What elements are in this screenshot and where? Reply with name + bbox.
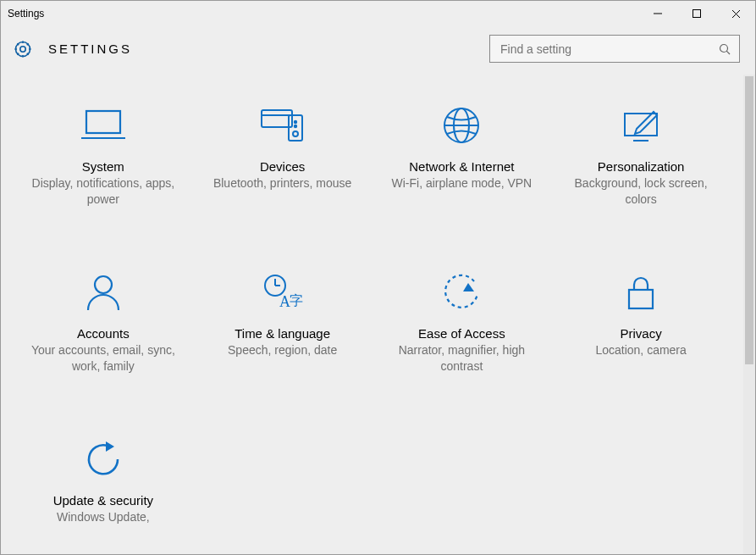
tile-title: Personalization <box>559 159 723 174</box>
svg-rect-10 <box>262 110 292 127</box>
svg-rect-8 <box>86 111 120 133</box>
vertical-scrollbar[interactable] <box>743 75 755 554</box>
settings-grid: System Display, notifications, apps, pow… <box>18 100 726 524</box>
tile-title: Devices <box>201 159 365 174</box>
devices-icon <box>201 100 365 151</box>
scroll-thumb[interactable] <box>745 76 753 364</box>
svg-point-15 <box>294 125 295 127</box>
lock-icon <box>559 267 723 318</box>
svg-line-7 <box>726 51 730 54</box>
time-language-icon: A 字 <box>201 267 365 318</box>
svg-point-21 <box>95 276 112 293</box>
svg-marker-27 <box>463 283 474 291</box>
tile-title: Network & Internet <box>380 159 544 174</box>
tile-desc: Bluetooth, printers, mouse <box>201 175 365 191</box>
tile-devices[interactable]: Devices Bluetooth, printers, mouse <box>197 100 368 208</box>
svg-marker-29 <box>106 441 114 452</box>
svg-point-14 <box>294 121 295 123</box>
ease-of-access-icon <box>380 267 544 318</box>
tile-system[interactable]: System Display, notifications, apps, pow… <box>18 100 189 208</box>
tile-title: Time & language <box>201 326 365 341</box>
minimize-button[interactable] <box>638 1 677 26</box>
tile-title: Accounts <box>21 326 185 341</box>
update-icon <box>21 434 185 485</box>
tile-title: Ease of Access <box>380 326 544 341</box>
tile-title: System <box>21 159 185 174</box>
tile-network[interactable]: Network & Internet Wi-Fi, airplane mode,… <box>377 100 548 208</box>
svg-point-5 <box>16 42 30 56</box>
personalization-icon <box>559 100 723 151</box>
globe-icon <box>380 100 544 151</box>
svg-point-6 <box>720 44 728 52</box>
tile-title: Privacy <box>559 326 723 341</box>
settings-window: Settings SETTINGS <box>0 0 756 555</box>
tile-desc: Location, camera <box>559 342 723 358</box>
svg-point-13 <box>293 131 298 136</box>
maximize-button[interactable] <box>677 1 716 26</box>
svg-rect-1 <box>693 10 701 18</box>
tile-desc: Speech, region, date <box>201 342 365 358</box>
close-button[interactable] <box>716 1 755 26</box>
header: SETTINGS <box>1 26 755 75</box>
tile-personalization[interactable]: Personalization Background, lock screen,… <box>555 100 726 208</box>
tile-desc: Background, lock screen, colors <box>559 175 723 208</box>
content-area: System Display, notifications, apps, pow… <box>1 75 743 554</box>
tile-title: Update & security <box>21 493 185 508</box>
tile-update-security[interactable]: Update & security Windows Update, <box>18 434 189 525</box>
tile-desc: Your accounts, email, sync, work, family <box>21 342 185 375</box>
titlebar: Settings <box>1 1 755 26</box>
tile-desc: Display, notifications, apps, power <box>21 175 185 208</box>
gear-icon <box>13 39 33 59</box>
tile-accounts[interactable]: Accounts Your accounts, email, sync, wor… <box>18 267 189 375</box>
window-title: Settings <box>1 8 44 19</box>
tile-privacy[interactable]: Privacy Location, camera <box>555 267 726 375</box>
tile-desc: Wi-Fi, airplane mode, VPN <box>380 175 544 191</box>
search-box[interactable] <box>489 35 740 63</box>
svg-text:字: 字 <box>290 293 303 308</box>
tile-desc: Narrator, magnifier, high contrast <box>380 342 544 375</box>
svg-point-4 <box>20 46 25 51</box>
search-input[interactable] <box>499 42 719 57</box>
page-title: SETTINGS <box>48 42 132 56</box>
svg-rect-28 <box>629 290 653 308</box>
tile-ease-of-access[interactable]: Ease of Access Narrator, magnifier, high… <box>377 267 548 375</box>
system-icon <box>21 100 185 151</box>
accounts-icon <box>21 267 185 318</box>
search-icon <box>719 43 731 55</box>
tile-desc: Windows Update, <box>21 509 185 525</box>
tile-time-language[interactable]: A 字 Time & language Speech, region, date <box>197 267 368 375</box>
